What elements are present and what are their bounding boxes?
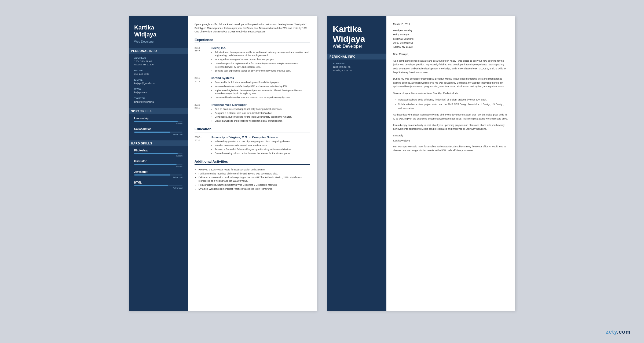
skill-name: Leadership xyxy=(134,117,182,120)
experience-entry: 2011 -2013 Corend Systems Responsible fo… xyxy=(195,76,310,100)
edu-dates: 2007 -2010 xyxy=(195,136,207,156)
skill-bar-bg xyxy=(134,174,182,176)
list-item: Created a website and donations webapp f… xyxy=(215,119,310,123)
list-item: Designed a customer web form for a local… xyxy=(215,111,310,115)
recipient-company: Steinway Solutions xyxy=(393,37,508,41)
cover-address-label: Address xyxy=(333,62,381,65)
experience-section-header: Experience xyxy=(195,38,310,43)
page-wrapper: Kartika Widjaya Web Developer Personal I… xyxy=(129,16,515,311)
skill-bar-bg xyxy=(134,164,182,165)
activities-section-header: Additional Activities xyxy=(195,159,310,165)
recipient-name: Monique Stanley xyxy=(393,29,508,33)
exp-content: Flexor, Inc. Full stack web developer re… xyxy=(211,46,310,73)
resume-sidebar: Kartika Widjaya Web Developer Personal I… xyxy=(129,16,188,311)
cover-paragraph: I would enjoy an opportunity to chat abo… xyxy=(393,123,508,131)
cover-ps: P.S. Perhaps we could meet for a coffee … xyxy=(393,145,508,152)
cover-sidebar: Kartika Widjaya Web Developer Personal I… xyxy=(327,16,386,311)
cover-achievements-list: Increased website code efficiency (reduc… xyxy=(393,98,508,110)
list-item: Decreased lead times by 30% and reduced … xyxy=(215,96,310,99)
hard-skill-item: HTML Advanced xyxy=(134,181,182,189)
skill-bar-fill xyxy=(134,132,170,133)
education-entry: 2007 -2010 University of Virginia, M.S. … xyxy=(195,136,310,156)
skill-bar-fill xyxy=(134,153,178,154)
experience-entry: 2013 -2017 Flexor, Inc. Full stack web d… xyxy=(195,46,310,73)
skill-level: Expert xyxy=(134,122,182,125)
exp-bullets: Built an ecommerce webapp to sell polly … xyxy=(211,107,310,123)
twitter-value: twitter.com/kwjaya xyxy=(134,100,182,104)
education-list: 2007 -2010 University of Virginia, M.S. … xyxy=(195,136,310,156)
soft-skills-section-title: Soft Skills xyxy=(129,108,188,114)
recipient-address1: 30-97 Steinway St. xyxy=(393,41,508,45)
list-item: Facilitate monthly meetings of the Webfi… xyxy=(199,172,310,176)
list-item: Prototyped an average of 25 new product … xyxy=(215,58,310,61)
exp-dates: 2010 -2011 xyxy=(195,103,207,123)
list-item: Drove best practice implementation for 2… xyxy=(215,62,310,69)
cover-letter-document: Kartika Widjaya Web Developer Personal I… xyxy=(327,16,515,311)
cover-paragraph: As these few wins show, I am not only fo… xyxy=(393,113,508,121)
skill-name: Collaboration xyxy=(134,128,182,131)
list-item: Regular attendee, Southern California We… xyxy=(199,183,310,187)
cover-recipient-block: Monique Stanley Hiring Manager Steinway … xyxy=(393,29,508,49)
phone-value: 310-242-0196 xyxy=(134,72,182,76)
skill-bar-bg xyxy=(134,185,182,186)
skill-level: Expert xyxy=(134,155,182,157)
experience-entry: 2010 -2011 Freelance Web Developer Built… xyxy=(195,103,310,123)
skill-bar-fill xyxy=(134,174,170,176)
cover-salutation: Dear Monique, xyxy=(393,52,508,56)
exp-bullets: Full stack web developer responsible for… xyxy=(211,51,310,73)
skill-bar-bg xyxy=(134,121,182,122)
skill-level: Expert xyxy=(134,165,182,168)
cover-closing: Sincerely, xyxy=(393,134,508,138)
skill-bar-fill xyxy=(134,185,168,186)
cover-body: Dear Monique,As a computer science gradu… xyxy=(393,52,508,131)
exp-bullets: Responsible for full stack web developme… xyxy=(211,81,310,99)
list-item: Built an ecommerce webapp to sell polly … xyxy=(215,107,310,111)
exp-content: Corend Systems Responsible for full stac… xyxy=(211,76,310,100)
cover-paragraph: Several of my achievements while at Broo… xyxy=(393,91,508,95)
twitter-label: Twitter xyxy=(134,97,182,100)
list-item: Excelled in user experience and user int… xyxy=(215,144,310,147)
list-item: Pursued a Generalist Scholars Program gr… xyxy=(215,148,310,151)
edu-bullets: Followed my passion in a core of prototy… xyxy=(211,140,310,155)
resume-document: Kartika Widjaya Web Developer Personal I… xyxy=(129,16,317,311)
cover-paragraph: During my web developer internship at Br… xyxy=(393,77,508,88)
activities-list: Received a 2015 Webby Award for Best Nav… xyxy=(195,168,310,191)
skill-bar-bg xyxy=(134,153,182,154)
cover-signature: Kartika Widjaya xyxy=(393,139,508,142)
resume-name-block: Kartika Widjaya Web Developer xyxy=(134,24,182,43)
soft-skill-item: Leadership Expert xyxy=(134,117,182,125)
www-value: kwjaya.com xyxy=(134,91,182,94)
personal-info-section-title: Personal Info xyxy=(129,48,188,54)
resume-name: Kartika Widjaya xyxy=(134,24,182,38)
exp-company: Corend Systems xyxy=(211,76,310,80)
exp-dates: 2013 -2017 xyxy=(195,46,207,73)
recipient-title: Hiring Manager xyxy=(393,33,508,37)
resume-summary: Eye-poppingly prolific, full stack web d… xyxy=(195,23,310,34)
hard-skill-item: Illustrator Expert xyxy=(134,160,182,168)
address-value: 1234 35th St, #6 Astoria, NY 11106 xyxy=(134,60,182,66)
exp-dates: 2011 -2013 xyxy=(195,76,207,100)
hard-skills-section-title: Hard Skills xyxy=(129,140,188,146)
zety-watermark: zety.com xyxy=(606,329,631,335)
list-item: Created a weekly column on the future of… xyxy=(215,152,310,155)
list-item: Collaborated on a client project which w… xyxy=(398,102,508,110)
address-label: Address xyxy=(134,57,182,59)
list-item: Responsible for full stack web developme… xyxy=(215,81,310,84)
cover-address-value: 1234 35th St, #6 Astoria, NY 11106 xyxy=(333,65,381,72)
email-value: kwjaya@gmail.com xyxy=(134,82,182,85)
hard-skill-item: Javascript Advanced xyxy=(134,170,182,178)
www-label: WWW xyxy=(134,88,182,90)
list-item: Received a 2015 Webby Award for Best Nav… xyxy=(199,168,310,172)
list-item: Full stack web developer responsible for… xyxy=(215,51,310,58)
list-item: My article Web Development Best Practice… xyxy=(199,187,310,191)
skill-name: Javascript xyxy=(134,170,182,173)
list-item: Implemented Agile/Lean development proce… xyxy=(215,89,310,96)
exp-content: Freelance Web Developer Built an ecommer… xyxy=(211,103,310,123)
skill-level: Advanced xyxy=(134,133,182,136)
skill-level: Advanced xyxy=(134,187,182,189)
exp-company: Flexor, Inc. xyxy=(211,46,310,50)
experience-list: 2013 -2017 Flexor, Inc. Full stack web d… xyxy=(195,46,310,123)
cover-name-block: Kartika Widjaya Web Developer xyxy=(333,24,381,49)
hard-skill-item: Photoshop Expert xyxy=(134,149,182,157)
cover-date: March 15, 2019 xyxy=(393,23,508,25)
